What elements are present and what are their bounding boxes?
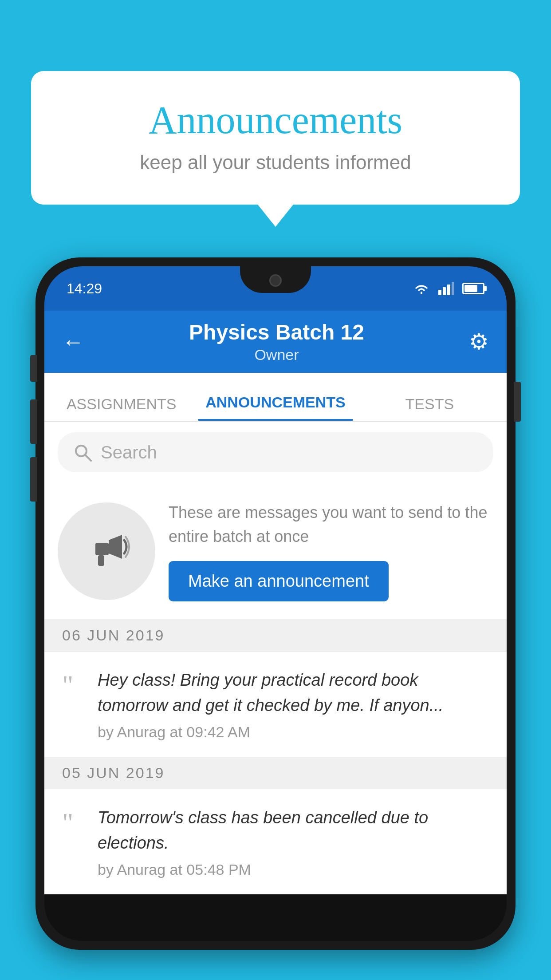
speech-bubble: Announcements keep all your students inf…	[31, 71, 520, 205]
svg-rect-7	[95, 543, 109, 555]
svg-rect-1	[443, 287, 446, 295]
camera	[269, 274, 282, 287]
bubble-subtitle: keep all your students informed	[67, 151, 484, 174]
search-icon	[73, 443, 92, 462]
battery-icon	[462, 283, 484, 294]
status-icons	[413, 282, 484, 295]
volume-silent-button[interactable]	[30, 355, 37, 382]
make-announcement-button[interactable]: Make an announcement	[169, 561, 389, 601]
phone-container: 14:29	[35, 257, 516, 980]
svg-rect-0	[438, 290, 441, 295]
announcement-text-1: Hey class! Bring your practical record b…	[98, 668, 489, 718]
app-header: ← Physics Batch 12 Owner ⚙	[44, 311, 507, 373]
announcement-item-1[interactable]: " Hey class! Bring your practical record…	[44, 652, 507, 757]
tab-announcements[interactable]: ANNOUNCEMENTS	[198, 373, 352, 421]
wifi-icon	[413, 282, 430, 295]
volume-up-button[interactable]	[30, 399, 37, 444]
search-placeholder: Search	[101, 443, 157, 462]
status-time: 14:29	[67, 281, 102, 297]
svg-rect-3	[452, 282, 454, 295]
svg-rect-2	[447, 285, 450, 295]
phone-frame: 14:29	[35, 257, 516, 950]
batch-role: Owner	[189, 346, 364, 364]
tab-assignments[interactable]: ASSIGNMENTS	[44, 373, 198, 421]
date-separator-1: 06 JUN 2019	[44, 620, 507, 652]
status-bar: 14:29	[44, 266, 507, 311]
power-button[interactable]	[514, 382, 521, 422]
announcement-content-2: Tomorrow's class has been cancelled due …	[98, 805, 489, 878]
search-bar[interactable]: Search	[58, 432, 493, 472]
announcement-item-2[interactable]: " Tomorrow's class has been cancelled du…	[44, 789, 507, 894]
svg-rect-8	[98, 555, 104, 566]
promo-icon-circle	[58, 502, 155, 600]
header-title-area: Physics Batch 12 Owner	[189, 320, 364, 364]
date-separator-2: 05 JUN 2019	[44, 757, 507, 789]
bubble-tail	[258, 205, 293, 227]
back-button[interactable]: ←	[62, 329, 84, 355]
megaphone-icon	[82, 527, 131, 576]
bubble-title: Announcements	[67, 98, 484, 142]
tab-bar: ASSIGNMENTS ANNOUNCEMENTS TESTS	[44, 373, 507, 422]
svg-marker-6	[109, 535, 122, 559]
announcement-promo-section: These are messages you want to send to t…	[44, 483, 507, 620]
volume-down-button[interactable]	[30, 457, 37, 502]
announcement-meta-1: by Anurag at 09:42 AM	[98, 723, 489, 741]
notch	[240, 266, 311, 293]
batch-title: Physics Batch 12	[189, 320, 364, 344]
phone-screen: 14:29	[44, 266, 507, 941]
svg-line-5	[85, 455, 91, 461]
quote-icon-2: "	[62, 809, 84, 836]
quote-icon-1: "	[62, 671, 84, 699]
settings-button[interactable]: ⚙	[469, 329, 489, 355]
promo-description: These are messages you want to send to t…	[169, 501, 493, 549]
promo-content: These are messages you want to send to t…	[169, 501, 493, 601]
announcement-text-2: Tomorrow's class has been cancelled due …	[98, 805, 489, 856]
signal-icon	[438, 282, 454, 295]
speech-bubble-section: Announcements keep all your students inf…	[31, 71, 520, 227]
announcement-content-1: Hey class! Bring your practical record b…	[98, 668, 489, 741]
screen-content: Search	[44, 422, 507, 894]
tab-tests[interactable]: TESTS	[353, 373, 507, 421]
announcement-meta-2: by Anurag at 05:48 PM	[98, 861, 489, 878]
search-container: Search	[44, 422, 507, 483]
